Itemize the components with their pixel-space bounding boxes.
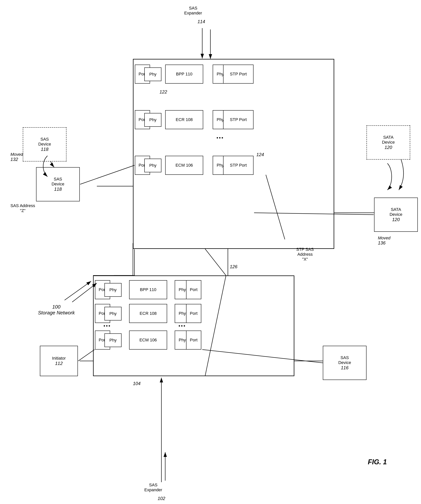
bot-exp-row1-rport-label: Port	[190, 287, 197, 292]
bot-exp-row2-phy-label: Phy	[109, 311, 117, 316]
top-exp-row3-rstp-label: STP Port	[230, 163, 247, 168]
sas-device-116-box: SAS Device 116	[323, 346, 367, 380]
top-exp-row1-phy: Phy	[144, 67, 161, 81]
top-exp-row2-rstp: STP Port	[223, 110, 254, 129]
bot-exp-row2-rport: Port	[186, 304, 201, 323]
top-exp-row1-rstp-label: STP Port	[230, 72, 247, 77]
svg-line-2	[65, 281, 91, 300]
bot-exp-row1-phy-label: Phy	[109, 288, 117, 292]
bot-exp-ecr-label: ECR 108	[140, 311, 156, 316]
sas-device-118-dashed: SAS Device 118	[23, 127, 66, 162]
top-exp-bpp-label: BPP 110	[176, 72, 192, 77]
bot-exp-bpp-label: BPP 110	[140, 287, 156, 292]
sas-device-116-num: 116	[338, 365, 351, 371]
sata-device-120-solid-label: SATA	[390, 207, 402, 212]
bot-exp-row1-phy: Phy	[104, 283, 122, 297]
storage-network-label: 100 Storage Network	[38, 304, 75, 316]
initiator-box: Initiator 112	[40, 346, 78, 376]
sata-device-120-dashed-num: 120	[382, 145, 395, 150]
svg-line-24	[78, 349, 95, 361]
sas-expander-102-label: SAS Expander	[144, 483, 162, 492]
bot-exp-row3-rphy-label: Phy	[179, 338, 186, 342]
top-exp-row3-phy-label: Phy	[149, 163, 156, 168]
sas-expander-102-num: 102	[158, 496, 165, 501]
label-104: 104	[133, 381, 141, 386]
top-exp-bpp-box: BPP 110	[165, 65, 203, 84]
moved-132-label: Moved	[11, 152, 23, 157]
initiator-label: Initiator	[52, 356, 66, 361]
sas-device-118-solid: SAS Device 118	[36, 167, 80, 201]
bot-exp-bpp-box: BPP 110	[129, 280, 167, 299]
stp-sas-addr-label: STP SAS Address "X"	[296, 247, 314, 262]
bot-exp-dots-l: •••	[103, 323, 111, 329]
sas-expander-114-label: SAS Expander	[184, 6, 202, 16]
label-126: 126	[230, 264, 237, 269]
top-exp-row1-phy-label: Phy	[149, 72, 156, 77]
bot-exp-dots-r: •••	[178, 323, 186, 329]
initiator-num: 112	[52, 361, 66, 366]
label-124: 124	[256, 152, 264, 157]
top-expander-outer-box	[133, 59, 334, 249]
bot-exp-row3-phy: Phy	[104, 333, 122, 347]
sas-device-118-dashed-label: SAS	[38, 137, 51, 142]
moved-136-num: 136	[378, 240, 385, 246]
sata-device-120-solid-num: 120	[390, 217, 402, 222]
svg-line-26	[80, 165, 134, 184]
sata-device-120-dashed: SATA Device 120	[367, 125, 410, 160]
bot-exp-row2-rphy-label: Phy	[179, 311, 186, 316]
top-exp-row1-rphy-label: Phy	[217, 72, 224, 77]
top-exp-row3-rstp: STP Port	[223, 156, 254, 175]
diagram-container: BPP 110 ECR 108 ECM 106 122 Port Phy Phy…	[0, 0, 421, 504]
top-exp-ecr-label: ECR 108	[176, 117, 193, 122]
sas-expander-114-num: 114	[197, 19, 205, 24]
top-exp-row2-rphy-label: Phy	[217, 117, 224, 122]
bot-exp-row1-rport: Port	[186, 280, 201, 299]
bot-exp-ecm-label: ECM 106	[139, 338, 157, 342]
bot-exp-row3-rport-label: Port	[190, 338, 197, 342]
sas-device-118-solid-label: SAS	[52, 177, 64, 182]
bot-exp-row2-phy: Phy	[104, 307, 122, 320]
top-exp-row2-phy-label: Phy	[149, 117, 156, 122]
bot-exp-row2-rport-label: Port	[190, 311, 197, 316]
moved-136-label: Moved	[378, 236, 391, 240]
svg-line-31	[205, 249, 226, 276]
top-exp-row2-rstp-label: STP Port	[230, 117, 247, 122]
bot-exp-ecm-box: ECM 106	[129, 330, 167, 349]
bot-exp-row3-phy-label: Phy	[109, 338, 117, 343]
bot-exp-row1-rphy-label: Phy	[179, 287, 186, 292]
bot-exp-row3-rport: Port	[186, 330, 201, 349]
sas-device-118-solid-num: 118	[52, 186, 64, 192]
sas-device-118-dashed-num: 118	[38, 147, 51, 152]
sata-device-120-solid: SATA Device 120	[374, 198, 418, 232]
top-exp-row2-phy: Phy	[144, 113, 161, 127]
top-exp-ecm-box: ECM 106	[165, 156, 203, 175]
top-exp-ecr-box: ECR 108	[165, 110, 203, 129]
top-exp-row3-rphy-label: Phy	[217, 163, 224, 168]
top-exp-dots-r: •••	[216, 135, 224, 141]
sas-device-116-label: SAS	[338, 355, 351, 360]
top-exp-row1-rstp: STP Port	[223, 65, 254, 84]
sata-device-120-dashed-label: SATA	[382, 135, 395, 140]
top-exp-row3-phy: Phy	[144, 159, 161, 172]
fig-label: FIG. 1	[368, 458, 387, 466]
sas-address-z-label: SAS Address "Z"	[11, 203, 35, 213]
moved-132-num: 132	[11, 157, 18, 162]
top-exp-ecm-label: ECM 106	[175, 163, 193, 168]
bot-exp-ecr-box: ECR 108	[129, 304, 167, 323]
label-122: 122	[160, 89, 167, 95]
